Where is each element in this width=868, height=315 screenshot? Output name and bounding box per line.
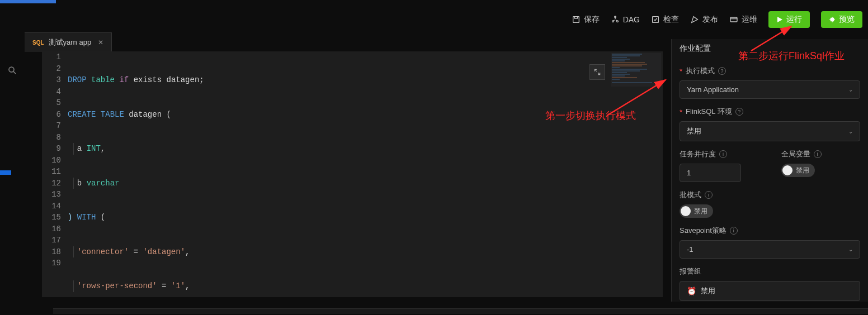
check-label: 检查 (663, 15, 679, 25)
search-button[interactable] (3, 61, 21, 79)
ops-label: 运维 (742, 15, 757, 25)
tab-bar: SQL 测试yarn app ✕ (25, 32, 112, 52)
save-label: 保存 (584, 15, 600, 25)
tab-title: 测试yarn app (49, 37, 92, 47)
dag-label: DAG (623, 15, 640, 24)
alert-group-select[interactable]: ⏰ 禁用 (680, 281, 860, 301)
savepoint-label: Savepoint策略 i (680, 226, 860, 236)
search-icon (7, 65, 17, 75)
code-content[interactable]: DROP table if exists datagen; CREATE TAB… (68, 51, 663, 297)
svg-rect-0 (573, 17, 579, 23)
publish-icon (690, 15, 699, 24)
flinksql-env-label: * FlinkSQL 环境 ? (680, 107, 860, 117)
global-var-label: 全局变量 i (781, 149, 861, 159)
alert-group-value: 禁用 (701, 286, 715, 296)
savepoint-value: -1 (687, 245, 694, 254)
batch-mode-label: 批模式 i (680, 190, 860, 200)
publish-label: 发布 (702, 15, 718, 25)
sql-file-icon: SQL (32, 40, 44, 46)
ops-icon (729, 15, 738, 24)
help-icon[interactable]: i (705, 191, 713, 199)
check-button[interactable]: 检查 (651, 15, 679, 25)
top-accent-bar (0, 0, 56, 3)
close-icon[interactable]: ✕ (98, 39, 103, 46)
batch-mode-toggle[interactable]: 禁用 (680, 204, 713, 218)
expand-icon (593, 68, 601, 76)
parallelism-input[interactable]: 1 (680, 164, 741, 182)
run-button[interactable]: 运行 (768, 11, 810, 28)
help-icon[interactable]: i (719, 150, 727, 158)
exec-mode-label: * 执行模式 ? (680, 66, 860, 76)
bottom-scrollbar[interactable] (53, 308, 868, 314)
parallelism-label: 任务并行度 i (680, 149, 759, 159)
code-editor[interactable]: 1 2 3 4 5 6 7 8 9 10 11 12 13 14 15 16 1… (42, 51, 663, 297)
toggle-handle (681, 206, 691, 216)
preview-label: 预览 (839, 15, 855, 25)
svg-point-8 (9, 67, 14, 72)
run-label: 运行 (786, 15, 802, 25)
bug-icon (829, 16, 836, 23)
dag-button[interactable]: DAG (611, 15, 640, 24)
sidebar-active-indicator (0, 170, 11, 175)
save-button[interactable]: 保存 (572, 15, 600, 25)
config-panel: 作业配置 * 执行模式 ? Yarn Application ⌄ * Flink… (671, 39, 868, 302)
chevron-down-icon: ⌄ (848, 87, 853, 93)
flinksql-env-select[interactable]: 禁用 ⌄ (680, 121, 860, 141)
exec-mode-select[interactable]: Yarn Application ⌄ (680, 80, 860, 99)
check-icon (651, 15, 660, 24)
top-toolbar: 保存 DAG 检查 发布 运维 运行 预览 (572, 11, 862, 28)
svg-rect-6 (730, 17, 737, 22)
publish-button[interactable]: 发布 (690, 15, 718, 25)
line-gutter: 1 2 3 4 5 6 7 8 9 10 11 12 13 14 15 16 1… (42, 51, 68, 297)
play-icon (776, 16, 783, 23)
dag-icon (611, 15, 620, 24)
global-var-toggle[interactable]: 禁用 (781, 164, 815, 177)
svg-point-2 (614, 16, 616, 18)
svg-rect-1 (574, 17, 577, 18)
ops-button[interactable]: 运维 (729, 15, 757, 25)
exec-mode-value: Yarn Application (687, 85, 739, 94)
config-panel-title: 作业配置 (680, 39, 860, 58)
expand-button[interactable] (589, 64, 605, 80)
chevron-down-icon: ⌄ (848, 128, 853, 135)
bell-icon: ⏰ (687, 287, 696, 295)
alert-group-label: 报警组 (680, 266, 860, 276)
help-icon[interactable]: ? (735, 108, 743, 116)
chevron-down-icon: ⌄ (848, 246, 853, 252)
flinksql-env-value: 禁用 (687, 126, 701, 136)
save-icon (572, 15, 581, 24)
savepoint-select[interactable]: -1 ⌄ (680, 240, 860, 259)
toggle-handle (782, 165, 792, 175)
help-icon[interactable]: ? (718, 67, 726, 75)
file-tab[interactable]: SQL 测试yarn app ✕ (25, 32, 112, 52)
preview-button[interactable]: 预览 (821, 11, 862, 28)
help-icon[interactable]: i (730, 227, 738, 235)
help-icon[interactable]: i (814, 150, 822, 158)
minimap[interactable] (611, 53, 661, 87)
